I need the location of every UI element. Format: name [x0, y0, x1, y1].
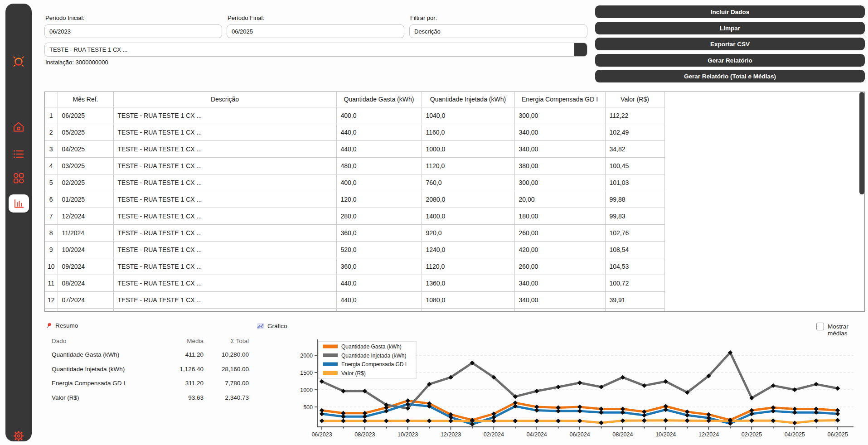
table-cell — [605, 308, 664, 312]
x-tick-label: 08/2024 — [612, 431, 633, 438]
table-cell: 112,22 — [605, 107, 664, 124]
table-cell: 12/2024 — [58, 208, 113, 224]
table-cell: 11/2024 — [58, 224, 113, 241]
table-row[interactable]: 304/2025TESTE - RUA TESTE 1 CX ...440,01… — [45, 140, 664, 157]
table-cell: 03/2025 — [58, 157, 113, 174]
data-point-marker — [835, 386, 840, 391]
sidebar-item-home[interactable] — [5, 121, 32, 133]
resumo-cell: 311.20 — [160, 376, 204, 391]
table-row[interactable]: 502/2025TESTE - RUA TESTE 1 CX ...400,07… — [45, 174, 664, 191]
legend-label: Quantidade Gasta (kWh) — [341, 343, 402, 350]
x-tick-label: 02/2024 — [484, 431, 504, 438]
resumo-cell: Energia Compensada GD I — [52, 376, 160, 391]
table-cell: TESTE - RUA TESTE 1 CX ... — [113, 275, 336, 291]
table-cell: 280,0 — [336, 208, 422, 224]
home-icon — [12, 121, 25, 133]
table-column-header[interactable]: Quantidade Injetada (kWh) — [422, 92, 514, 107]
resumo-col-media: Média — [160, 334, 204, 348]
exportar-csv-button[interactable]: Exportar CSV — [595, 38, 865, 50]
table-cell: TESTE - RUA TESTE 1 CX ... — [113, 107, 336, 124]
dropdown-arrow-icon[interactable] — [574, 43, 587, 57]
data-point-marker — [320, 411, 324, 416]
filtrar-por-label: Filtrar por: — [410, 15, 437, 21]
table-row[interactable]: 1108/2024TESTE - RUA TESTE 1 CX ...440,0… — [45, 275, 664, 291]
sidebar-item-grid[interactable] — [5, 172, 32, 184]
gerar-relatorio-button[interactable]: Gerar Relatório — [595, 54, 865, 67]
sidebar-item-settings[interactable] — [5, 430, 32, 442]
data-point-marker — [771, 409, 776, 413]
mostrar-medias-checkbox[interactable] — [816, 323, 824, 330]
sidebar-item-charts-active[interactable] — [9, 194, 29, 213]
x-tick-label: 06/2023 — [311, 431, 332, 438]
table-row[interactable]: 910/2024TESTE - RUA TESTE 1 CX ...520,01… — [45, 241, 664, 258]
table-cell: 1240,0 — [422, 241, 514, 258]
table-column-header[interactable]: Descrição — [113, 92, 336, 107]
table-cell: 5 — [45, 174, 58, 191]
table-cell: 380,00 — [514, 157, 605, 174]
table-row[interactable]: 205/2025TESTE - RUA TESTE 1 CX ...440,01… — [45, 124, 664, 140]
table-cell: 05/2025 — [58, 124, 113, 140]
table-cell: 340,00 — [514, 291, 605, 308]
table-column-header[interactable]: Mês Ref. — [58, 92, 113, 107]
data-point-marker — [577, 419, 582, 423]
data-point-marker — [792, 387, 797, 392]
legend-label: Energia Compensada GD I — [341, 361, 407, 368]
data-point-marker — [664, 407, 668, 412]
table-cell: 300,00 — [514, 174, 605, 191]
table-cell: 08/2024 — [58, 275, 113, 291]
data-point-marker — [599, 421, 603, 425]
table-cell: 360,0 — [336, 258, 422, 275]
table-cell: TESTE - RUA TESTE 1 CX ... — [113, 140, 336, 157]
table-vertical-scrollbar[interactable] — [859, 92, 864, 194]
data-point-marker — [814, 382, 818, 387]
data-point-marker — [513, 418, 518, 423]
table-row[interactable]: 403/2025TESTE - RUA TESTE 1 CX ...480,01… — [45, 157, 664, 174]
gear-icon — [13, 430, 24, 442]
table-row[interactable]: 106/2025TESTE - RUA TESTE 1 CX ...400,01… — [45, 107, 664, 124]
legend-label: Valor (R$) — [341, 370, 366, 377]
grafico-section-title: Gráfico — [257, 322, 287, 330]
data-point-marker — [363, 419, 367, 423]
periodo-inicial-input[interactable] — [44, 24, 222, 38]
data-point-marker — [792, 421, 797, 425]
table-cell: 1120,0 — [422, 157, 514, 174]
sidebar-item-list[interactable] — [5, 148, 32, 160]
resumo-row: Quantidade Gasta (kWh)411.2010,280.00 — [52, 348, 249, 362]
table-column-header[interactable]: Energia Compensada GD I — [514, 92, 605, 107]
table-cell: 09/2024 — [58, 258, 113, 275]
table-column-header[interactable] — [45, 92, 58, 107]
table-cell — [113, 308, 336, 312]
table-row[interactable]: 1207/2024TESTE - RUA TESTE 1 CX ...440,0… — [45, 291, 664, 308]
resumo-cell: Valor (R$) — [52, 391, 160, 405]
data-point-marker — [642, 418, 646, 423]
data-point-marker — [341, 419, 345, 423]
table-cell: 3 — [45, 140, 58, 157]
periodo-final-input[interactable] — [227, 24, 404, 38]
table-row[interactable]: 1009/2024TESTE - RUA TESTE 1 CX ...360,0… — [45, 258, 664, 275]
resumo-col-total: Σ Total — [204, 334, 249, 348]
table-cell: 440,0 — [336, 124, 422, 140]
table-row[interactable]: 811/2024TESTE - RUA TESTE 1 CX ...360,09… — [45, 224, 664, 241]
data-point-marker — [685, 418, 689, 423]
data-point-marker — [814, 418, 818, 423]
incluir-dados-button[interactable]: Incluir Dados — [595, 5, 865, 18]
table-row[interactable]: 601/2025TESTE - RUA TESTE 1 CX ...120,02… — [45, 191, 664, 208]
table-row[interactable]: 712/2024TESTE - RUA TESTE 1 CX ...280,01… — [45, 208, 664, 224]
data-point-marker — [771, 418, 776, 423]
filtrar-por-input[interactable] — [409, 24, 587, 38]
table-cell: 99,83 — [605, 208, 664, 224]
data-point-marker — [577, 405, 582, 409]
table-cell: 8 — [45, 224, 58, 241]
gerar-relatorio-medias-button[interactable]: Gerar Relatório (Total e Médias) — [595, 70, 865, 82]
table-column-header[interactable]: Quantidade Gasta (kWh) — [336, 92, 422, 107]
data-point-marker — [534, 389, 539, 393]
limpar-button[interactable]: Limpar — [595, 22, 865, 34]
table-cell: 760,0 — [422, 174, 514, 191]
instalacao-select[interactable]: TESTE - RUA TESTE 1 CX ... — [44, 43, 587, 57]
resumo-col-dado: Dado — [52, 334, 160, 348]
table-cell: 1400,0 — [422, 208, 514, 224]
resumo-row: Valor (R$)93.632,340.73 — [52, 391, 249, 405]
pin-icon — [45, 322, 52, 329]
table-column-header[interactable]: Valor (R$) — [605, 92, 664, 107]
data-point-marker — [814, 410, 818, 415]
